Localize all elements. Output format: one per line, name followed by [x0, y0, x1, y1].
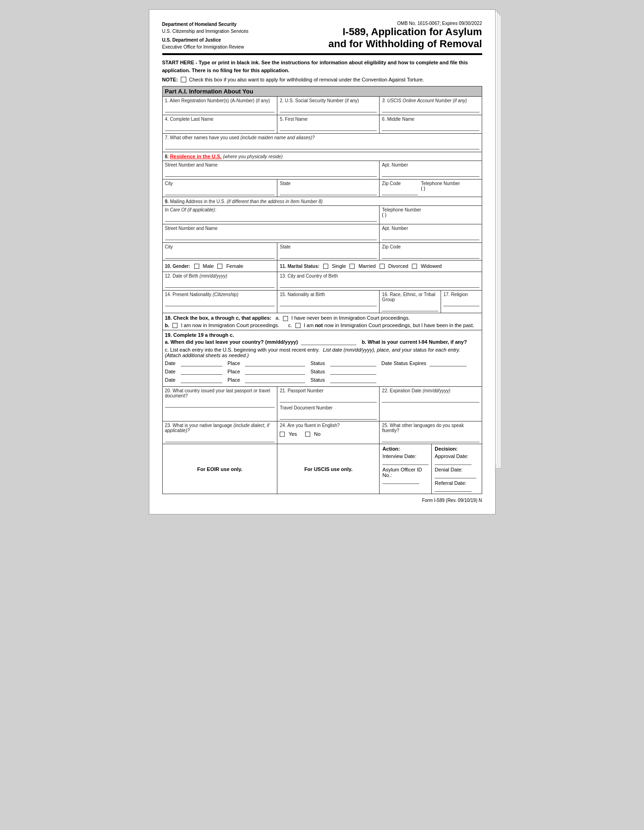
state1-input[interactable]: [280, 187, 377, 195]
part-header-row: Part A.I. Information About You: [162, 87, 482, 97]
cat-checkbox[interactable]: [181, 77, 186, 82]
eoir-cell: For EOIR use only.: [162, 444, 277, 494]
date-input-1[interactable]: [181, 360, 222, 366]
field25-label: 25. What other languages do you speak fl…: [382, 423, 479, 433]
field10-cell: 10. Gender: Male Female: [162, 260, 277, 272]
field3-input[interactable]: [382, 104, 479, 112]
field18c-checkbox[interactable]: [295, 323, 301, 328]
male-checkbox[interactable]: [194, 264, 199, 269]
field19c-label: c. List each entry into the U.S. beginni…: [165, 347, 320, 353]
form-title-line2: and for Withholding of Removal: [328, 38, 482, 50]
row-19: 19. Complete 19 a through c. a. When did…: [162, 330, 482, 387]
marital-row: 11. Marital Status: Single Married Divor…: [280, 262, 479, 270]
denial-date-label: Denial Date:: [435, 467, 463, 472]
zip-tel-cell: Zip Code Telephone Number ( ): [380, 180, 482, 197]
city1-input[interactable]: [165, 187, 275, 195]
single-checkbox[interactable]: [323, 264, 328, 269]
field24-label: 24. Are you fluent in English?: [280, 423, 377, 428]
street2-input[interactable]: [165, 232, 377, 240]
state2-input[interactable]: [280, 250, 377, 259]
field7-input[interactable]: [165, 141, 479, 149]
date-input-3[interactable]: [181, 377, 222, 383]
field5-label: 5. First Name: [280, 117, 377, 122]
field18c-letter: c.: [288, 322, 292, 328]
field3-label: 3. USCIS Online Account Number (if any): [382, 98, 479, 103]
field13-input[interactable]: [280, 279, 479, 288]
field1-input[interactable]: [165, 104, 275, 112]
street1-input[interactable]: [165, 168, 377, 177]
tel1-parens: ( ): [421, 186, 479, 191]
status-input-1[interactable]: [330, 360, 376, 366]
status-label-1: Status: [311, 360, 325, 366]
agency2-sub: Executive Office for Immigration Review: [162, 43, 249, 50]
divorced-checkbox[interactable]: [380, 264, 385, 269]
state2-label: State: [280, 244, 377, 249]
field15-input[interactable]: [280, 298, 377, 306]
place-input-1[interactable]: [245, 360, 305, 366]
place-input-2[interactable]: [245, 369, 305, 375]
field14-input[interactable]: [165, 298, 275, 306]
married-checkbox[interactable]: [350, 264, 355, 269]
denial-date-input[interactable]: [435, 472, 476, 478]
row-bottom: For EOIR use only. For USCIS use only. A…: [162, 444, 482, 494]
date-label-3: Date: [165, 377, 176, 383]
no-checkbox[interactable]: [305, 432, 310, 437]
interview-date-input[interactable]: [382, 459, 429, 465]
row-9-street: Street Number and Name Apt. Number: [162, 224, 482, 243]
row-10-11: 10. Gender: Male Female 11. Marital Stat…: [162, 260, 482, 272]
travel-doc-input[interactable]: [280, 411, 377, 420]
tel2-label: Telephone Number: [382, 207, 479, 212]
date-status-input[interactable]: [429, 360, 466, 366]
date-input-2[interactable]: [181, 369, 222, 375]
widowed-checkbox[interactable]: [412, 264, 417, 269]
field23-input[interactable]: [165, 434, 275, 442]
form-header: Department of Homeland Security U.S. Cit…: [162, 21, 482, 50]
field2-cell: 2. U.S. Social Security Number (if any): [277, 97, 380, 115]
incareof-input[interactable]: [165, 213, 377, 222]
asylum-officer-input[interactable]: [382, 478, 419, 484]
zip-tel-row: Zip Code Telephone Number ( ): [382, 181, 479, 195]
field18b-checkbox[interactable]: [172, 323, 178, 328]
field18a-checkbox[interactable]: [283, 316, 288, 321]
field25-input[interactable]: [382, 434, 479, 442]
field23-label: 23. What is your native language (includ…: [165, 423, 275, 433]
field8-header-cell: 8. Residence in the U.S. (where you phys…: [162, 152, 482, 161]
eoir-label: For EOIR use only.: [197, 466, 243, 472]
yes-checkbox[interactable]: [280, 432, 285, 437]
field6-input[interactable]: [382, 123, 479, 131]
apt1-input[interactable]: [382, 168, 479, 177]
field18-header: 18. Check the box, a through c, that app…: [165, 315, 479, 321]
row-9-header: 9. Mailing Address in the U.S. (if diffe…: [162, 197, 482, 206]
field21-input[interactable]: [280, 394, 377, 403]
date-label-2: Date: [165, 369, 176, 374]
field17-input[interactable]: [443, 298, 479, 306]
female-checkbox[interactable]: [217, 264, 222, 269]
status-input-2[interactable]: [330, 369, 376, 375]
tel2-cell: Telephone Number ( ): [380, 206, 482, 224]
field22-input[interactable]: [382, 394, 479, 403]
referral-date-input[interactable]: [435, 486, 472, 492]
field4-input[interactable]: [165, 123, 275, 131]
field19a-input[interactable]: [301, 339, 356, 345]
apt2-input[interactable]: [382, 232, 479, 240]
city2-input[interactable]: [165, 250, 275, 259]
field7-label: 7. What other names have you used (inclu…: [165, 135, 479, 140]
zip2-input[interactable]: [382, 250, 479, 259]
field16-17-table: 16. Race, Ethnic, or Tribal Group 17. Re…: [380, 291, 481, 313]
approval-date-input[interactable]: [435, 459, 472, 465]
field1-label: 1. Alien Registration Number(s) (A-Numbe…: [165, 98, 275, 103]
status-input-3[interactable]: [330, 377, 376, 383]
field12-input[interactable]: [165, 279, 275, 288]
entry-row-2: Date Place Status: [165, 369, 479, 375]
agency-info: Department of Homeland Security U.S. Cit…: [162, 21, 249, 50]
field5-input[interactable]: [280, 123, 377, 131]
row-8-street: Street Number and Name Apt. Number: [162, 161, 482, 180]
zip1-input[interactable]: [382, 187, 418, 195]
form-footer: Form I-589 (Rev. 09/10/19) N: [162, 498, 482, 503]
field20-label: 20. What country issued your last passpo…: [165, 388, 275, 398]
field2-input[interactable]: [280, 104, 377, 112]
place-input-3[interactable]: [245, 377, 305, 383]
field20-input[interactable]: [165, 399, 275, 408]
field16-input[interactable]: [382, 303, 438, 311]
field18b-letter: b.: [165, 322, 170, 328]
